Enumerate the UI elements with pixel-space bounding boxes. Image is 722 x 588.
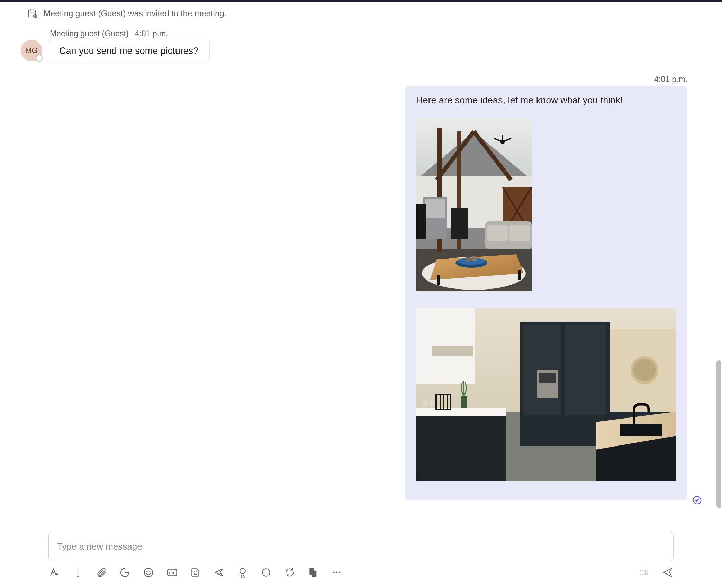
- svg-rect-34: [432, 346, 473, 356]
- incoming-message-header: Meeting guest (Guest) 4:01 p.m.: [50, 29, 701, 38]
- pages-icon[interactable]: [307, 567, 319, 578]
- image-attachment-2[interactable]: [416, 308, 676, 481]
- svg-text:GIF: GIF: [169, 571, 175, 575]
- video-icon[interactable]: [638, 567, 650, 578]
- svg-point-68: [333, 572, 335, 573]
- compose-toolbar: GIF: [0, 561, 722, 578]
- chat-conversation: Meeting guest (Guest) was invited to the…: [0, 2, 722, 529]
- more-icon[interactable]: [331, 567, 343, 578]
- svg-point-63: [194, 571, 195, 572]
- incoming-message-bubble[interactable]: Can you send me some pictures?: [48, 40, 210, 62]
- svg-point-30: [471, 256, 477, 261]
- svg-point-58: [144, 568, 153, 577]
- svg-point-69: [336, 572, 338, 573]
- svg-rect-41: [539, 373, 556, 383]
- svg-rect-23: [509, 225, 530, 241]
- approvals-icon[interactable]: [237, 567, 249, 578]
- system-event-text: Meeting guest (Guest) was invited to the…: [44, 9, 226, 18]
- svg-point-29: [465, 257, 471, 262]
- svg-point-59: [147, 571, 148, 572]
- svg-rect-71: [640, 570, 646, 575]
- message-input[interactable]: Type a new message: [48, 532, 674, 561]
- system-event-row: Meeting guest (Guest) was invited to the…: [21, 6, 701, 21]
- svg-rect-15: [425, 199, 445, 218]
- format-icon[interactable]: [48, 567, 60, 578]
- svg-rect-49: [461, 396, 467, 408]
- outgoing-message-bubble[interactable]: Here are some ideas, let me know what yo…: [405, 86, 687, 500]
- refresh-icon[interactable]: [260, 567, 272, 578]
- scrollbar[interactable]: [716, 2, 722, 529]
- calendar-add-icon: [27, 8, 38, 19]
- loop-icon[interactable]: [119, 567, 131, 578]
- incoming-message-text: Can you send me some pictures?: [59, 46, 198, 56]
- read-receipt-icon: [693, 496, 701, 504]
- message-input-placeholder: Type a new message: [57, 541, 142, 552]
- share-arrow-icon[interactable]: [213, 567, 225, 578]
- svg-rect-26: [518, 270, 521, 280]
- svg-point-65: [240, 568, 245, 574]
- svg-rect-17: [416, 204, 426, 239]
- svg-point-44: [633, 359, 656, 381]
- updates-icon[interactable]: [284, 567, 296, 578]
- svg-rect-35: [416, 408, 506, 416]
- outgoing-message-text: Here are some ideas, let me know what yo…: [416, 95, 676, 106]
- svg-rect-48: [620, 424, 662, 436]
- composer-region: Type a new message: [0, 529, 722, 561]
- image-attachment-1[interactable]: [416, 118, 532, 291]
- priority-icon[interactable]: [72, 567, 84, 578]
- sender-name: Meeting guest (Guest): [50, 29, 129, 38]
- incoming-message-row: MG Can you send me some pictures?: [21, 40, 701, 62]
- scrollbar-thumb[interactable]: [716, 360, 721, 508]
- outgoing-time: 4:01 p.m.: [21, 75, 687, 84]
- svg-rect-39: [565, 325, 606, 415]
- avatar[interactable]: MG: [21, 40, 42, 61]
- presence-indicator: [36, 55, 43, 62]
- svg-point-64: [196, 571, 197, 572]
- gif-icon[interactable]: GIF: [166, 567, 178, 578]
- svg-point-60: [150, 571, 151, 572]
- svg-rect-22: [487, 225, 508, 241]
- sticker-icon[interactable]: [190, 567, 201, 578]
- avatar-initials: MG: [25, 46, 37, 55]
- svg-point-57: [77, 576, 79, 577]
- svg-rect-55: [423, 400, 427, 406]
- svg-rect-16: [451, 208, 468, 239]
- outgoing-message-row: Here are some ideas, let me know what yo…: [21, 86, 701, 500]
- incoming-time: 4:01 p.m.: [135, 29, 168, 38]
- svg-marker-2: [416, 118, 532, 180]
- svg-rect-36: [416, 416, 506, 481]
- svg-rect-56: [430, 400, 434, 406]
- attach-icon[interactable]: [96, 567, 107, 578]
- send-icon[interactable]: [662, 567, 674, 578]
- svg-rect-25: [437, 275, 440, 285]
- svg-point-70: [339, 572, 341, 573]
- emoji-icon[interactable]: [143, 567, 154, 578]
- svg-rect-67: [312, 571, 316, 577]
